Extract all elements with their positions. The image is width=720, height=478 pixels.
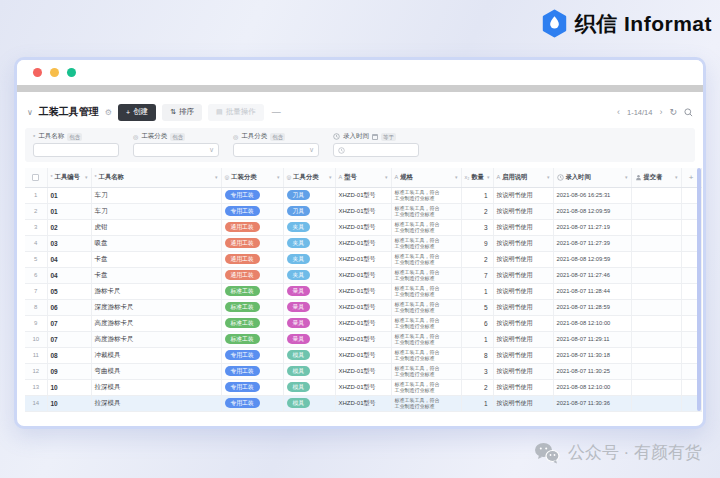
- entry-time-cell[interactable]: 2021-08-08 12:09:59: [553, 203, 631, 219]
- quantity-cell[interactable]: 1: [461, 187, 493, 203]
- create-button[interactable]: + 创建: [118, 104, 156, 121]
- batch-actions-button[interactable]: ▤ 批量操作: [208, 104, 264, 121]
- tool-type-cell[interactable]: 夹具: [283, 267, 335, 283]
- entry-time-cell[interactable]: 2021-08-08 12:10:00: [553, 379, 631, 395]
- quantity-cell[interactable]: 2: [461, 251, 493, 267]
- tool-type-cell[interactable]: 量具: [283, 331, 335, 347]
- row-number-cell[interactable]: 1: [25, 187, 47, 203]
- usage-note-cell[interactable]: 按说明书使用: [493, 299, 553, 315]
- model-cell[interactable]: XHZD-01型号: [335, 219, 391, 235]
- tooling-type-cell[interactable]: 通用工装: [221, 235, 283, 251]
- quantity-cell[interactable]: 8: [461, 347, 493, 363]
- row-number-cell[interactable]: 14: [25, 395, 47, 411]
- spec-cell[interactable]: 标准工装工具，符合工业制造行业标准: [391, 299, 461, 315]
- tool-name-cell[interactable]: 虎钳: [91, 219, 221, 235]
- column-header-name[interactable]: *工具名称▾: [91, 168, 221, 187]
- row-number-cell[interactable]: 2: [25, 203, 47, 219]
- tool-code-cell[interactable]: 02: [47, 219, 91, 235]
- submitter-cell[interactable]: [631, 347, 681, 363]
- search-icon[interactable]: [684, 108, 693, 117]
- spec-cell[interactable]: 标准工装工具，符合工业制造行业标准: [391, 251, 461, 267]
- tool-name-cell[interactable]: 弯曲模具: [91, 363, 221, 379]
- tooling-type-cell[interactable]: 标准工装: [221, 331, 283, 347]
- spec-cell[interactable]: 标准工装工具，符合工业制造行业标准: [391, 395, 461, 411]
- column-header-tooling_type[interactable]: ◎工装分类▾: [221, 168, 283, 187]
- row-number-cell[interactable]: 12: [25, 363, 47, 379]
- submitter-cell[interactable]: [631, 235, 681, 251]
- spec-cell[interactable]: 标准工装工具，符合工业制造行业标准: [391, 331, 461, 347]
- quantity-cell[interactable]: 6: [461, 315, 493, 331]
- tool-code-cell[interactable]: 06: [47, 299, 91, 315]
- tool-type-cell[interactable]: 夹具: [283, 251, 335, 267]
- tool-name-cell[interactable]: 游标卡尺: [91, 283, 221, 299]
- model-cell[interactable]: XHZD-01型号: [335, 251, 391, 267]
- row-number-cell[interactable]: 9: [25, 315, 47, 331]
- submitter-cell[interactable]: [631, 219, 681, 235]
- tool-type-cell[interactable]: 模具: [283, 347, 335, 363]
- tool-code-cell[interactable]: 01: [47, 203, 91, 219]
- row-number-cell[interactable]: 13: [25, 379, 47, 395]
- spec-cell[interactable]: 标准工装工具，符合工业制造行业标准: [391, 187, 461, 203]
- tooling-type-cell[interactable]: 标准工装: [221, 283, 283, 299]
- model-cell[interactable]: XHZD-01型号: [335, 379, 391, 395]
- tool-name-cell[interactable]: 深度游标卡尺: [91, 299, 221, 315]
- tool-type-cell[interactable]: 夹具: [283, 219, 335, 235]
- tool-type-cell[interactable]: 模具: [283, 363, 335, 379]
- entry-time-cell[interactable]: 2021-08-07 11:30:18: [553, 347, 631, 363]
- tool-code-cell[interactable]: 03: [47, 235, 91, 251]
- column-header-qty[interactable]: x₂数量▾: [461, 168, 493, 187]
- tooling-type-cell[interactable]: 专用工装: [221, 187, 283, 203]
- row-number-cell[interactable]: 4: [25, 235, 47, 251]
- spec-cell[interactable]: 标准工装工具，符合工业制造行业标准: [391, 283, 461, 299]
- entry-time-cell[interactable]: 2021-08-07 11:28:59: [553, 299, 631, 315]
- column-header-tool_type[interactable]: ◎工具分类▾: [283, 168, 335, 187]
- model-cell[interactable]: XHZD-01型号: [335, 395, 391, 411]
- quantity-cell[interactable]: 5: [461, 299, 493, 315]
- submitter-cell[interactable]: [631, 331, 681, 347]
- tooling-type-cell[interactable]: 通用工装: [221, 251, 283, 267]
- tooling-type-filter-select[interactable]: ∨: [133, 143, 219, 157]
- row-number-cell[interactable]: 7: [25, 283, 47, 299]
- tool-name-cell[interactable]: 高度游标卡尺: [91, 315, 221, 331]
- usage-note-cell[interactable]: 按说明书使用: [493, 347, 553, 363]
- spec-cell[interactable]: 标准工装工具，符合工业制造行业标准: [391, 219, 461, 235]
- spec-cell[interactable]: 标准工装工具，符合工业制造行业标准: [391, 267, 461, 283]
- submitter-cell[interactable]: [631, 395, 681, 411]
- entry-time-cell[interactable]: 2021-08-08 12:10:00: [553, 315, 631, 331]
- row-number-cell[interactable]: 10: [25, 331, 47, 347]
- column-header-entry_time[interactable]: 录入时间▾: [553, 168, 631, 187]
- sort-button[interactable]: ⇅ 排序: [162, 104, 202, 121]
- usage-note-cell[interactable]: 按说明书使用: [493, 187, 553, 203]
- model-cell[interactable]: XHZD-01型号: [335, 315, 391, 331]
- tooling-type-cell[interactable]: 通用工装: [221, 219, 283, 235]
- tool-name-cell[interactable]: 冲裁模具: [91, 347, 221, 363]
- model-cell[interactable]: XHZD-01型号: [335, 299, 391, 315]
- tool-code-cell[interactable]: 07: [47, 331, 91, 347]
- tooling-type-cell[interactable]: 专用工装: [221, 363, 283, 379]
- tool-type-cell[interactable]: 量具: [283, 283, 335, 299]
- tool-code-cell[interactable]: 08: [47, 347, 91, 363]
- column-header-code[interactable]: *工具编号▾: [47, 168, 91, 187]
- tool-type-cell[interactable]: 模具: [283, 379, 335, 395]
- usage-note-cell[interactable]: 按说明书使用: [493, 235, 553, 251]
- column-menu-caret-icon[interactable]: ▾: [215, 174, 218, 180]
- submitter-cell[interactable]: [631, 299, 681, 315]
- quantity-cell[interactable]: 2: [461, 203, 493, 219]
- row-number-cell[interactable]: 3: [25, 219, 47, 235]
- column-menu-caret-icon[interactable]: ▾: [385, 174, 388, 180]
- usage-note-cell[interactable]: 按说明书使用: [493, 395, 553, 411]
- spec-cell[interactable]: 标准工装工具，符合工业制造行业标准: [391, 315, 461, 331]
- row-number-cell[interactable]: 11: [25, 347, 47, 363]
- close-window-button[interactable]: [33, 68, 42, 77]
- minimize-window-button[interactable]: [50, 68, 59, 77]
- usage-note-cell[interactable]: 按说明书使用: [493, 379, 553, 395]
- submitter-cell[interactable]: [631, 379, 681, 395]
- tool-code-cell[interactable]: 10: [47, 395, 91, 411]
- tool-name-cell[interactable]: 车刀: [91, 203, 221, 219]
- quantity-cell[interactable]: 3: [461, 219, 493, 235]
- entry-time-cell[interactable]: 2021-08-07 11:27:39: [553, 235, 631, 251]
- spec-cell[interactable]: 标准工装工具，符合工业制造行业标准: [391, 235, 461, 251]
- usage-note-cell[interactable]: 按说明书使用: [493, 331, 553, 347]
- column-menu-caret-icon[interactable]: ▾: [625, 174, 628, 180]
- model-cell[interactable]: XHZD-01型号: [335, 203, 391, 219]
